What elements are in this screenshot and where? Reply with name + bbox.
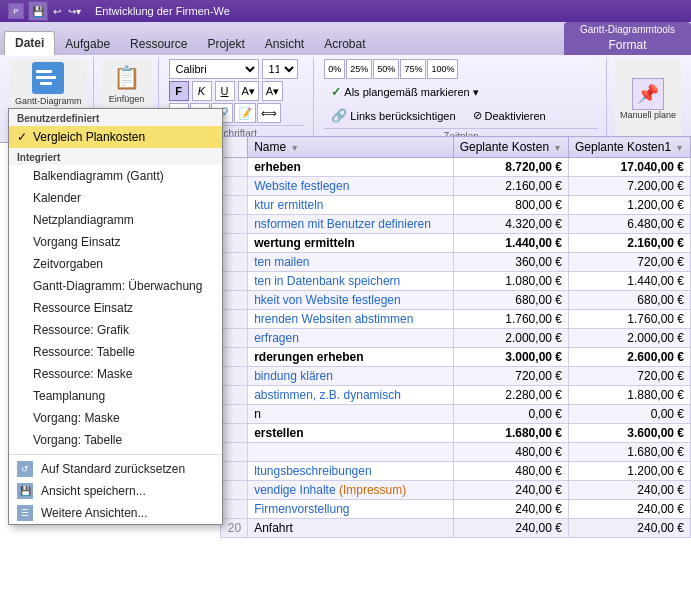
- dropdown-item-zeitvorgaben[interactable]: Zeitvorgaben: [9, 253, 222, 275]
- table-row: ten mailen360,00 €720,00 €: [221, 253, 691, 272]
- links-consider-button[interactable]: 🔗 Links berücksichtigen: [324, 105, 462, 126]
- note-button[interactable]: 📝: [234, 103, 256, 123]
- highlight-button[interactable]: A▾: [238, 81, 259, 101]
- row-number: [221, 310, 248, 329]
- tab-datei[interactable]: Datei: [4, 31, 55, 56]
- row-cost: 2.000,00 €: [453, 329, 568, 348]
- row-name[interactable]: bindung klären: [248, 367, 453, 386]
- row-name[interactable]: hkeit von Website festlegen: [248, 291, 453, 310]
- tab-format[interactable]: Format: [596, 35, 658, 55]
- row-name[interactable]: ltungsbeschreibungen: [248, 462, 453, 481]
- svg-rect-0: [36, 70, 52, 73]
- font-color-button[interactable]: A▾: [262, 81, 283, 101]
- dropdown-item-vorgang-maske[interactable]: Vorgang: Maske: [9, 407, 222, 429]
- row-name[interactable]: ten in Datenbank speichern: [248, 272, 453, 291]
- bold-button[interactable]: F: [169, 81, 189, 101]
- row-name: [248, 443, 453, 462]
- table-row: hrenden Websiten abstimmen1.760,00 €1.76…: [221, 310, 691, 329]
- italic-button[interactable]: K: [192, 81, 212, 101]
- dropdown-item-standard[interactable]: ↺ Auf Standard zurücksetzen: [9, 458, 222, 480]
- row-number: [221, 158, 248, 177]
- dropdown-item-gantt-ueberwachung[interactable]: Gantt-Diagramm: Überwachung: [9, 275, 222, 297]
- cost-sort-arrow: ▼: [553, 143, 562, 153]
- dropdown-item-kalender[interactable]: Kalender: [9, 187, 222, 209]
- svg-rect-2: [40, 82, 52, 85]
- row-cost: 2.160,00 €: [453, 177, 568, 196]
- divider-1: [9, 454, 222, 455]
- pct-100-button[interactable]: 100%: [427, 59, 458, 79]
- row-name[interactable]: Firmenvorstellung: [248, 500, 453, 519]
- save-button[interactable]: 💾: [28, 1, 48, 21]
- gantt-diagramm-button[interactable]: Gantt-Diagramm: [10, 59, 87, 109]
- underline-button[interactable]: U: [215, 81, 235, 101]
- row-cost1: 680,00 €: [568, 291, 690, 310]
- dropdown-item-vergleich[interactable]: Vergleich Plankosten: [9, 126, 222, 148]
- dropdown-item-netz[interactable]: Netzplandiagramm: [9, 209, 222, 231]
- row-cost: 360,00 €: [453, 253, 568, 272]
- row-cost1: 720,00 €: [568, 367, 690, 386]
- mark-as-planned-button[interactable]: ✓ Als plangemäß markieren ▾: [324, 82, 485, 102]
- tab-acrobat[interactable]: Acrobat: [314, 33, 375, 55]
- more-views-icon: ☰: [17, 505, 33, 521]
- dropdown-item-vorgang-tabelle[interactable]: Vorgang: Tabelle: [9, 429, 222, 451]
- row-name[interactable]: hrenden Websiten abstimmen: [248, 310, 453, 329]
- tab-ressource[interactable]: Ressource: [120, 33, 197, 55]
- tab-ansicht[interactable]: Ansicht: [255, 33, 314, 55]
- pct-50-button[interactable]: 50%: [373, 59, 399, 79]
- col-cost1-header[interactable]: Geplante Kosten1▼: [568, 137, 690, 158]
- dropdown-item-ressource-grafik[interactable]: Ressource: Grafik: [9, 319, 222, 341]
- name-sort-arrow: ▼: [290, 143, 299, 153]
- row-name[interactable]: ten mailen: [248, 253, 453, 272]
- row-name[interactable]: abstimmen, z.B. dynamisch: [248, 386, 453, 405]
- dropdown-item-ressource-einsatz[interactable]: Ressource Einsatz: [9, 297, 222, 319]
- manual-plan-label: Manuell plane: [620, 110, 676, 120]
- tab-aufgabe[interactable]: Aufgabe: [55, 33, 120, 55]
- row-cost: 0,00 €: [453, 405, 568, 424]
- font-size-select[interactable]: 11: [262, 59, 298, 79]
- row-name[interactable]: Website festlegen: [248, 177, 453, 196]
- row-cost: 3.000,00 €: [453, 348, 568, 367]
- svg-rect-1: [36, 76, 56, 79]
- dropdown-item-ressource-maske[interactable]: Ressource: Maske: [9, 363, 222, 385]
- deactivate-button[interactable]: ⊘ Deaktivieren: [466, 106, 553, 125]
- gantt-btn-label: Gantt-Diagramm: [15, 96, 82, 106]
- col-cost-header[interactable]: Geplante Kosten▼: [453, 137, 568, 158]
- tab-projekt[interactable]: Projekt: [197, 33, 254, 55]
- row-cost1: 2.160,00 €: [568, 234, 690, 253]
- row-cost1: 240,00 €: [568, 500, 690, 519]
- dropdown-item-speichern[interactable]: 💾 Ansicht speichern...: [9, 480, 222, 502]
- row-name[interactable]: vendige Inhalte (Impressum): [248, 481, 453, 500]
- row-name[interactable]: nsformen mit Benutzer definieren: [248, 215, 453, 234]
- manual-plan-button[interactable]: 📌 Manuell plane: [615, 59, 681, 138]
- mark-planned-label: Als plangemäß markieren ▾: [344, 86, 478, 99]
- einfuegen-button[interactable]: 📋 Einfügen: [102, 59, 152, 107]
- pct-0-button[interactable]: 0%: [324, 59, 345, 79]
- dropdown-item-vorgang[interactable]: Vorgang Einsatz: [9, 231, 222, 253]
- row-cost: 800,00 €: [453, 196, 568, 215]
- pct-75-button[interactable]: 75%: [400, 59, 426, 79]
- dropdown-item-teamplanung[interactable]: Teamplanung: [9, 385, 222, 407]
- table-row: Website festlegen2.160,00 €7.200,00 €: [221, 177, 691, 196]
- row-number: [221, 329, 248, 348]
- row-cost1: 1.880,00 €: [568, 386, 690, 405]
- weitere-label: Weitere Ansichten...: [41, 506, 148, 520]
- row-cost1: 17.040,00 €: [568, 158, 690, 177]
- row-cost: 680,00 €: [453, 291, 568, 310]
- col-num-header: [221, 137, 248, 158]
- col-name-header[interactable]: Name▼: [248, 137, 453, 158]
- dropdown-item-ressource-tabelle[interactable]: Ressource: Tabelle: [9, 341, 222, 363]
- dropdown-item-weitere[interactable]: ☰ Weitere Ansichten...: [9, 502, 222, 524]
- font-family-select[interactable]: Calibri: [169, 59, 259, 79]
- row-cost: 480,00 €: [453, 462, 568, 481]
- row-cost: 1.760,00 €: [453, 310, 568, 329]
- redo-button[interactable]: ↪▾: [66, 1, 83, 21]
- row-cost: 4.320,00 €: [453, 215, 568, 234]
- row-name[interactable]: erfragen: [248, 329, 453, 348]
- dropdown-item-balken[interactable]: Balkendiagramm (Gantt): [9, 165, 222, 187]
- scroll-button[interactable]: ⟺: [257, 103, 281, 123]
- row-name[interactable]: ktur ermitteln: [248, 196, 453, 215]
- undo-button[interactable]: ↩: [51, 1, 63, 21]
- row-number: [221, 386, 248, 405]
- pct-25-button[interactable]: 25%: [346, 59, 372, 79]
- row-number: [221, 196, 248, 215]
